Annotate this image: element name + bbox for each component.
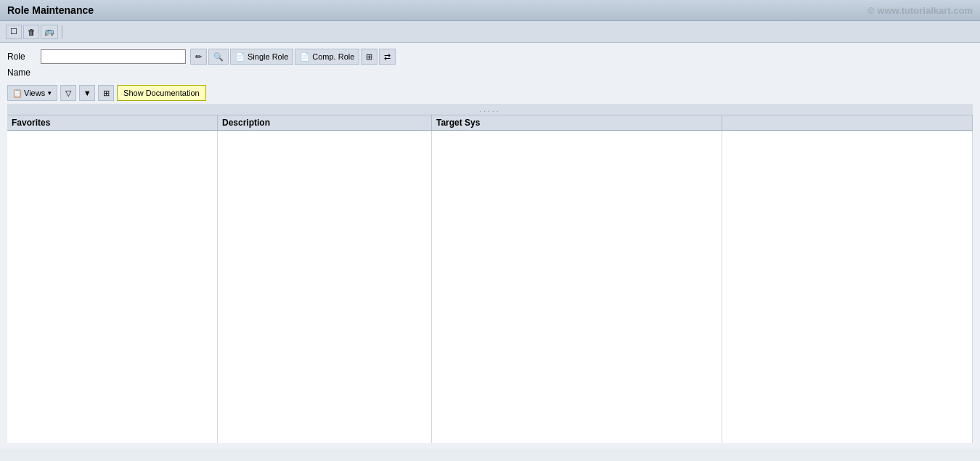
table-wrapper: ..... Favorites Description Target Sys bbox=[7, 104, 973, 443]
settings-button[interactable]: ⊞ bbox=[98, 85, 114, 101]
comp-role-label: Comp. Role bbox=[312, 52, 354, 61]
settings-icon: ⊞ bbox=[103, 89, 110, 98]
title-bar: Role Maintenance © www.tutorialkart.com bbox=[0, 0, 980, 21]
description-col-body bbox=[218, 131, 432, 443]
single-role-doc-icon: 📄 bbox=[235, 52, 245, 62]
col-favorites-label: Favorites bbox=[12, 118, 50, 128]
filter-button-2[interactable]: ▼ bbox=[79, 85, 95, 101]
views-chevron-icon: ▼ bbox=[46, 90, 52, 97]
name-label: Name bbox=[7, 68, 36, 78]
name-row: Name bbox=[7, 68, 973, 78]
secondary-toolbar: 📋 Views ▼ ▽ ▼ ⊞ Show Documentation bbox=[7, 81, 973, 104]
transfer-icon: ⇄ bbox=[384, 52, 391, 62]
single-role-label: Single Role bbox=[248, 52, 288, 61]
table-header: Favorites Description Target Sys bbox=[7, 115, 973, 131]
col-header-description: Description bbox=[218, 115, 432, 130]
col-target-sys-label: Target Sys bbox=[436, 118, 480, 128]
main-content: Role ✏ 🔍 📄 Single Role 📄 Comp. Role ⊞ ⇄ bbox=[0, 43, 980, 449]
grid-icon: ⊞ bbox=[366, 52, 372, 62]
filter-button-1[interactable]: ▽ bbox=[60, 85, 76, 101]
toolbar-separator bbox=[62, 25, 62, 38]
watermark: © www.tutorialkart.com bbox=[867, 5, 973, 16]
favorites-col-body bbox=[7, 131, 218, 443]
transport-button[interactable]: 🚌 bbox=[41, 25, 58, 39]
role-label: Role bbox=[7, 52, 36, 62]
new-button[interactable]: ☐ bbox=[6, 25, 22, 39]
new-icon: ☐ bbox=[10, 27, 17, 36]
extra-col-body bbox=[722, 131, 973, 443]
role-input[interactable] bbox=[41, 49, 186, 64]
role-row: Role ✏ 🔍 📄 Single Role 📄 Comp. Role ⊞ ⇄ bbox=[7, 49, 973, 65]
role-buttons: ✏ 🔍 📄 Single Role 📄 Comp. Role ⊞ ⇄ bbox=[190, 49, 396, 65]
resize-dots-row: ..... bbox=[7, 104, 973, 115]
views-icon: 📋 bbox=[12, 89, 23, 98]
filter-icon-2: ▼ bbox=[83, 89, 91, 97]
show-documentation-label: Show Documentation bbox=[123, 89, 200, 97]
col-header-target-sys: Target Sys bbox=[432, 115, 722, 130]
show-documentation-button[interactable]: Show Documentation bbox=[117, 85, 206, 101]
col-header-extra bbox=[722, 115, 973, 130]
search-role-button[interactable]: 🔍 bbox=[208, 49, 229, 65]
grid-button[interactable]: ⊞ bbox=[361, 49, 377, 65]
col-description-label: Description bbox=[222, 118, 270, 128]
views-label: Views bbox=[24, 89, 45, 97]
delete-icon: 🗑 bbox=[28, 28, 36, 36]
transport-icon: 🚌 bbox=[44, 27, 54, 36]
delete-button[interactable]: 🗑 bbox=[23, 25, 39, 39]
comp-role-button[interactable]: 📄 Comp. Role bbox=[295, 49, 359, 65]
views-button[interactable]: 📋 Views ▼ bbox=[7, 85, 57, 101]
comp-role-doc-icon: 📄 bbox=[300, 52, 310, 62]
col-header-favorites: Favorites bbox=[7, 115, 218, 130]
single-role-button[interactable]: 📄 Single Role bbox=[230, 49, 293, 65]
resize-dots: ..... bbox=[480, 105, 501, 113]
target-sys-col-body bbox=[432, 131, 722, 443]
filter-icon-1: ▽ bbox=[65, 89, 71, 98]
edit-icon: ✏ bbox=[195, 52, 202, 62]
transfer-button[interactable]: ⇄ bbox=[379, 49, 396, 65]
edit-role-button[interactable]: ✏ bbox=[190, 49, 207, 65]
search-icon: 🔍 bbox=[213, 52, 224, 62]
main-toolbar: ☐ 🗑 🚌 bbox=[0, 21, 980, 43]
table-body bbox=[7, 131, 973, 443]
page-title: Role Maintenance bbox=[7, 4, 94, 16]
